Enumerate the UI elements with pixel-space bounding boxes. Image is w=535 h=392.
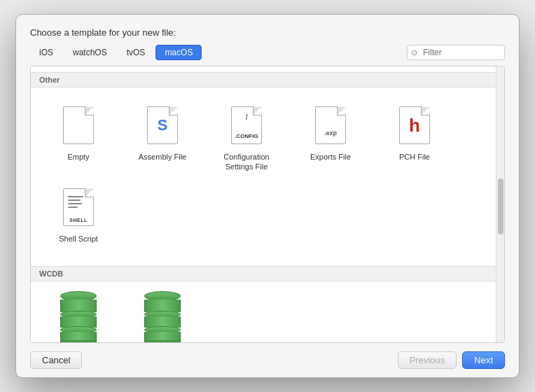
pch-icon-letter: h [409,116,420,134]
wct-column-icon [59,295,98,343]
previous-button[interactable]: Previous [398,351,457,369]
section-title-other: Other [31,72,504,88]
item-exports-label: Exports File [310,152,351,162]
config-icon-label: .CONFIG [235,133,258,139]
shell-lines [68,196,85,210]
footer: Cancel Previous Next [16,343,519,377]
db-cylinder-1 [60,291,97,343]
item-wct-column[interactable]: WCTColumnCoding [36,290,120,343]
item-assembly[interactable]: S Assembly File [120,96,204,178]
scrollbar[interactable] [496,66,504,342]
db-cylinder-2 [144,291,181,343]
item-config-label: Configuration Settings File [210,152,283,172]
filter-box: ⊙ [407,45,505,60]
pch-file-icon: h [395,102,434,149]
shell-file-icon: SHELL [59,183,98,231]
cancel-button[interactable]: Cancel [30,351,82,369]
tab-ios[interactable]: iOS [30,45,62,60]
wcdb-items-grid: WCTColumnCoding [31,281,504,343]
next-button[interactable]: Next [462,351,505,369]
item-pch[interactable]: h PCH File [373,96,457,178]
filter-icon: ⊙ [411,48,417,57]
scrollbar-thumb[interactable] [498,178,503,234]
item-shell-label: Shell Script [59,234,98,244]
section-title-wcdb: WCDB [31,266,504,281]
tab-watchos[interactable]: watchOS [64,45,116,60]
content-area: Other Empty S Assembl [30,66,505,343]
wct-table-icon [143,295,182,343]
item-config[interactable]: I .CONFIG Configuration Settings File [204,96,289,178]
exports-file-icon: .exp [311,102,350,149]
item-shell[interactable]: SHELL Shell Script [36,178,120,249]
config-icon-text: I [245,113,247,121]
dialog-header: Choose a template for your new file: [16,15,519,45]
assembly-icon-letter: S [158,118,168,133]
config-file-icon: I .CONFIG [227,102,266,149]
item-assembly-label: Assembly File [139,152,186,162]
tabs-row: iOS watchOS tvOS macOS ⊙ [16,45,519,66]
item-exports[interactable]: .exp Exports File [289,96,373,178]
item-empty[interactable]: Empty [36,96,120,178]
shell-line-2 [68,200,81,201]
exports-icon-text: .exp [324,130,337,136]
item-pch-label: PCH File [399,152,430,162]
db-bottom-1 [60,340,97,343]
item-wct-table[interactable]: WCTTableCoding [120,290,204,343]
item-empty-label: Empty [67,152,89,162]
other-items-grid: Empty S Assembly File I [31,88,504,258]
section-other: Other Empty S Assembl [31,66,504,260]
shell-icon-label: SHELL [64,218,93,223]
dialog: Choose a template for your new file: iOS… [15,14,520,378]
shell-line-1 [68,196,83,197]
tab-tvos[interactable]: tvOS [118,45,155,60]
db-bottom-2 [144,340,181,343]
assembly-file-icon: S [143,102,182,149]
filter-input[interactable] [407,45,505,60]
shell-line-3 [68,203,82,204]
section-wcdb: WCDB WCTCol [31,260,504,343]
empty-file-icon [59,102,98,149]
shell-line-4 [68,206,78,208]
tab-macos[interactable]: macOS [155,45,202,60]
